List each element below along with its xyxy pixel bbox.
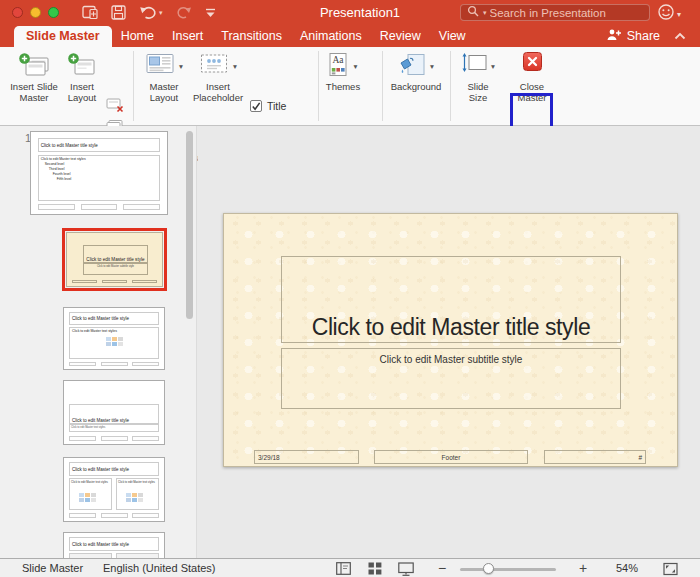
status-bar: Slide Master English (United States) − +… <box>0 558 700 577</box>
slide-sorter-view-icon[interactable] <box>368 562 382 577</box>
zoom-window-button[interactable] <box>48 7 59 18</box>
slide-size-label: Slide Size <box>455 81 501 103</box>
status-view-label[interactable]: Slide Master <box>22 559 83 577</box>
master-layout-label: Master Layout <box>138 81 190 103</box>
minimize-window-button[interactable] <box>30 7 41 18</box>
insert-placeholder-icon <box>198 52 230 80</box>
zoom-out-button[interactable]: − <box>438 559 446 577</box>
tab-transitions[interactable]: Transitions <box>212 25 291 47</box>
search-icon <box>467 4 480 22</box>
master-layout-icon <box>144 52 176 80</box>
document-title: Presentation1 <box>270 0 450 25</box>
insert-slide-master-icon <box>6 50 62 81</box>
themes-button[interactable]: Aa ▼ Themes <box>320 50 366 92</box>
thumbnail-two-content-layout[interactable]: Click to edit Master title style Click t… <box>63 457 165 522</box>
thumbnail-section-header-layout[interactable]: Click to edit Master title style Click t… <box>63 380 165 445</box>
insert-layout-button[interactable]: Insert Layout <box>60 50 104 103</box>
background-icon <box>397 52 427 83</box>
redo-icon <box>176 5 192 20</box>
sidebar-scrollbar[interactable] <box>186 129 193 555</box>
tab-view[interactable]: View <box>430 25 475 47</box>
feedback-dropdown-icon: ▾ <box>677 10 681 19</box>
search-scope-dropdown-icon[interactable]: ▾ <box>483 9 487 17</box>
tab-slide-master[interactable]: Slide Master <box>14 26 112 47</box>
themes-icon: Aa <box>327 52 350 83</box>
smiley-icon <box>657 3 675 25</box>
tab-review[interactable]: Review <box>371 25 430 47</box>
zoom-in-button[interactable]: + <box>579 559 587 577</box>
undo-dropdown-icon[interactable]: ▾ <box>159 9 163 17</box>
slide-footer-text: Footer <box>442 454 461 461</box>
ribbon-slide-master: Insert Slide Master Insert Layout Edit M… <box>0 47 700 126</box>
insert-placeholder-label: Insert Placeholder <box>190 81 246 103</box>
titlebar: ▾ Presentation1 ▾ Search in Presentation… <box>0 0 700 25</box>
status-language-label[interactable]: English (United States) <box>103 559 216 577</box>
slide-date-text: 3/29/18 <box>258 454 280 461</box>
insert-placeholder-dropdown-icon: ▼ <box>232 63 238 70</box>
close-window-button[interactable] <box>12 7 23 18</box>
slide-subtitle-text: Click to edit Master subtitle style <box>380 354 523 365</box>
delete-slide-button[interactable] <box>104 95 126 114</box>
background-dropdown-icon: ▼ <box>429 63 435 70</box>
fit-slide-to-window-icon[interactable] <box>663 562 678 577</box>
insert-slide-master-label: Insert Slide Master <box>6 81 62 103</box>
thumbnail-title-slide-layout-selected[interactable]: Click to edit Master title style Click t… <box>66 232 163 287</box>
insert-layout-label: Insert Layout <box>60 81 104 103</box>
collapse-ribbon-icon[interactable] <box>674 25 686 47</box>
slide-thumbnail-panel: 1 Click to edit Master title style Click… <box>0 126 197 558</box>
master-layout-dropdown-icon: ▼ <box>178 63 184 70</box>
tab-insert[interactable]: Insert <box>163 25 212 47</box>
new-presentation-icon[interactable] <box>82 5 98 20</box>
tab-home[interactable]: Home <box>112 25 163 47</box>
title-checkbox[interactable]: Title <box>250 100 286 112</box>
close-master-label: Close Master <box>512 81 552 103</box>
footer-placeholder[interactable]: Footer <box>374 450 528 464</box>
ribbon-tabs: Slide Master Home Insert Transitions Ani… <box>0 25 700 47</box>
normal-view-icon[interactable] <box>336 562 351 577</box>
thumbnail-comparison-layout[interactable]: Click to edit Master title style <box>63 532 165 558</box>
zoom-percentage[interactable]: 54% <box>616 559 638 577</box>
insert-layout-icon <box>60 50 104 81</box>
themes-label: Themes <box>320 81 366 92</box>
title-placeholder[interactable]: Click to edit Master title style <box>281 256 621 343</box>
insert-placeholder-button[interactable]: ▼ Insert Placeholder <box>190 50 246 103</box>
feedback-button[interactable]: ▾ <box>657 3 681 25</box>
thumbnail-title-content-layout[interactable]: Click to edit Master title style Click t… <box>63 307 165 370</box>
powerpoint-window: ▾ Presentation1 ▾ Search in Presentation… <box>0 0 700 577</box>
share-icon <box>606 28 622 44</box>
slide-editor-canvas: Click to edit Master title style Click t… <box>198 126 700 558</box>
themes-dropdown-icon: ▼ <box>352 63 358 70</box>
annotation-red-box: Click to edit Master title style Click t… <box>62 228 167 291</box>
slide-size-icon <box>460 52 488 80</box>
search-placeholder: Search in Presentation <box>490 7 606 19</box>
close-master-icon <box>523 52 542 71</box>
share-button[interactable]: Share <box>606 25 660 47</box>
thumbnail-slide-master[interactable]: Click to edit Master title style Click t… <box>30 131 168 215</box>
thumb-master-title: Click to edit Master title style <box>41 143 98 148</box>
thumb-selected-title: Click to edit Master title style <box>86 257 144 262</box>
insert-slide-master-button[interactable]: Insert Slide Master <box>6 50 62 103</box>
save-icon[interactable] <box>111 5 126 20</box>
share-label: Share <box>627 29 660 43</box>
date-placeholder[interactable]: 3/29/18 <box>254 450 359 464</box>
close-master-button[interactable]: Close Master <box>512 50 552 103</box>
title-checkbox-box <box>250 100 262 112</box>
slide-show-view-icon[interactable] <box>398 562 414 577</box>
toolbar-options-icon[interactable] <box>205 7 216 19</box>
background-label: Background <box>386 81 446 92</box>
tab-animations[interactable]: Animations <box>291 25 371 47</box>
zoom-slider-thumb[interactable] <box>483 563 494 574</box>
background-button[interactable]: ▼ Background <box>386 50 446 92</box>
thumb-selected-subtitle: Click to edit Master subtitle style <box>83 263 148 276</box>
sidebar-scrollbar-thumb[interactable] <box>186 131 193 319</box>
undo-icon[interactable]: ▾ <box>139 5 163 20</box>
slide-size-button[interactable]: ▼ Slide Size <box>455 50 501 103</box>
slide-number-placeholder[interactable]: # <box>544 450 646 464</box>
svg-text:Aa: Aa <box>333 55 345 65</box>
slide-number-text: # <box>638 454 642 461</box>
master-layout-button[interactable]: ▼ Master Layout <box>138 50 190 103</box>
search-input[interactable]: ▾ Search in Presentation <box>460 4 650 21</box>
subtitle-placeholder[interactable]: Click to edit Master subtitle style <box>281 348 621 409</box>
slide-master-editing-surface[interactable]: Click to edit Master title style Click t… <box>223 213 678 467</box>
zoom-slider[interactable] <box>460 568 556 571</box>
